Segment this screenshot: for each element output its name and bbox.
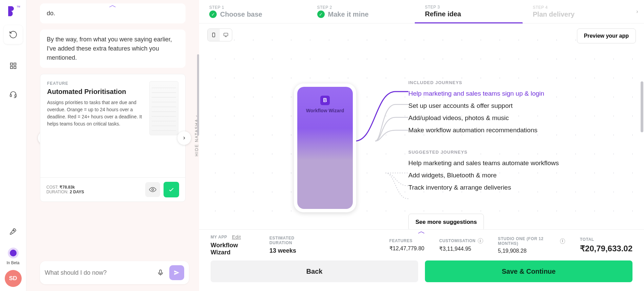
- chevron-right-icon[interactable]: ›: [630, 0, 644, 23]
- customisation-value: ₹3,11,944.95: [439, 246, 483, 252]
- back-button[interactable]: Back: [211, 260, 418, 282]
- studio-value: 5,19,908.28: [498, 248, 565, 254]
- headset-icon[interactable]: [5, 86, 21, 102]
- svg-rect-1: [14, 63, 16, 65]
- suggested-journey-item[interactable]: Help marketing and sales teams automate …: [408, 159, 628, 167]
- journey-item[interactable]: Make workflow automation recommendations: [408, 127, 567, 134]
- duration-value: 13 weeks: [270, 247, 314, 254]
- edit-app-name-link[interactable]: Edit: [232, 234, 241, 240]
- svg-rect-9: [213, 33, 215, 37]
- svg-rect-10: [224, 33, 228, 36]
- chat-message: By the way, from what you were saying ea…: [40, 30, 186, 68]
- brand-logo[interactable]: TM: [7, 4, 20, 18]
- user-avatar[interactable]: SD: [5, 270, 22, 287]
- suggested-journey-item[interactable]: Track inventory & arrange deliveries: [408, 184, 628, 191]
- svg-rect-3: [14, 66, 16, 69]
- scrollbar[interactable]: [641, 81, 643, 132]
- rocket-icon[interactable]: [5, 223, 21, 239]
- svg-rect-0: [10, 63, 12, 65]
- suggested-journeys-label: SUGGESTED JOURNEYS: [408, 150, 628, 155]
- app-name: Workflow Wizard: [306, 108, 344, 113]
- myapp-label: MY APPEdit: [211, 234, 255, 240]
- nav-rail: TM In Beta SD: [0, 0, 26, 291]
- customisation-label: CUSTOMISATIONi: [439, 238, 483, 244]
- step-choose-base[interactable]: STEP 1 ✓Choose base: [199, 0, 307, 23]
- studio-label: STUDIO ONE (FOR 12 MONTHS)i: [498, 236, 565, 246]
- beta-dot-icon: [8, 248, 19, 258]
- svg-rect-4: [10, 95, 12, 97]
- undo-button[interactable]: [4, 25, 23, 44]
- device-toggle: [207, 28, 232, 41]
- included-journeys-label: INCLUDED JOURNEYS: [408, 80, 628, 85]
- summary-bar: ︿ MY APPEdit Workflow Wizard ESTIMATED D…: [199, 229, 644, 260]
- total-value: ₹20,79,633.02: [580, 244, 632, 253]
- feature-thumbnail: [149, 81, 178, 135]
- journey-item[interactable]: Help marketing and sales teams sign up &…: [408, 90, 628, 97]
- canvas: Preview your app B Workflow Wizard: [199, 24, 644, 229]
- chat-input-row: [40, 261, 189, 284]
- svg-rect-2: [10, 66, 12, 69]
- feature-card: FEATURE Automated Prioritisation Assigns…: [40, 74, 186, 202]
- journey-item[interactable]: Add/upload videos, photos & music: [408, 114, 628, 122]
- check-icon: ✓: [209, 11, 217, 18]
- beta-label: In Beta: [6, 260, 19, 265]
- info-icon[interactable]: i: [560, 238, 565, 244]
- duration-label: ESTIMATED DURATION: [270, 236, 314, 245]
- carousel-next-button[interactable]: [177, 131, 191, 145]
- step-refine-idea[interactable]: STEP 3 Refine idea: [415, 0, 523, 23]
- main-panel: STEP 1 ✓Choose base STEP 2 ✓Make it mine…: [199, 0, 644, 291]
- chat-panel: ︿ do. By the way, from what you were say…: [26, 0, 199, 291]
- phone-preview: B Workflow Wizard: [294, 83, 356, 212]
- send-button[interactable]: [169, 265, 184, 280]
- journey-item[interactable]: Set up user accounts & offer support: [408, 102, 628, 110]
- chevron-up-icon[interactable]: ︿: [418, 226, 425, 236]
- journeys-panel: INCLUDED JOURNEYS Help marketing and sal…: [408, 80, 628, 196]
- svg-point-7: [152, 189, 154, 191]
- svg-point-6: [13, 230, 14, 231]
- svg-rect-5: [15, 95, 16, 97]
- feature-label: FEATURE: [47, 81, 144, 86]
- save-continue-button[interactable]: Save & Continue: [425, 260, 632, 282]
- myapp-value: Workflow Wizard: [211, 242, 255, 256]
- mobile-device-button[interactable]: [208, 29, 220, 41]
- svg-rect-8: [159, 270, 162, 274]
- suggested-journey-item[interactable]: Add widgets, Bluetooth & more: [408, 172, 628, 179]
- chat-input[interactable]: [45, 269, 154, 276]
- feature-description: Assigns priorities to tasks that are due…: [47, 99, 144, 128]
- stepper: STEP 1 ✓Choose base STEP 2 ✓Make it mine…: [199, 0, 644, 24]
- action-bar: Back Save & Continue: [199, 260, 644, 291]
- preview-app-button[interactable]: Preview your app: [577, 28, 636, 43]
- features-value: ₹12,47,779.80: [389, 245, 424, 252]
- desktop-device-button[interactable]: [220, 29, 232, 41]
- app-icon: B: [320, 96, 330, 105]
- features-label: FEATURES: [389, 238, 424, 243]
- check-icon: ✓: [317, 11, 325, 18]
- view-feature-button[interactable]: [145, 182, 160, 197]
- mic-button[interactable]: [154, 267, 167, 279]
- info-icon[interactable]: i: [478, 238, 483, 244]
- chevron-up-icon[interactable]: ︿: [109, 0, 116, 10]
- accept-feature-button[interactable]: [164, 182, 179, 197]
- beta-indicator: In Beta: [6, 248, 19, 265]
- feature-title: Automated Prioritisation: [47, 88, 144, 96]
- step-plan-delivery[interactable]: STEP 4 Plan delivery: [523, 0, 631, 23]
- step-make-it-mine[interactable]: STEP 2 ✓Make it mine: [307, 0, 415, 23]
- feature-meta: COST:₹78.83k DURATION:2 DAYS: [46, 185, 84, 194]
- apps-icon[interactable]: [5, 58, 21, 74]
- total-label: TOTAL: [580, 237, 632, 242]
